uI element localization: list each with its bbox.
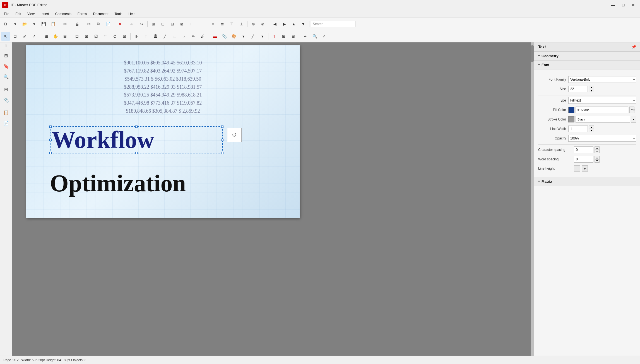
rotate-handle[interactable]: ↺	[227, 128, 242, 142]
ls-attachments[interactable]: 📎	[1, 95, 11, 105]
align-tool[interactable]: ⊪	[132, 32, 141, 41]
size-down[interactable]: ▼	[589, 89, 594, 92]
ls-layers[interactable]: ⊟	[1, 84, 11, 94]
stroke-color-swatch[interactable]	[568, 116, 574, 122]
line-width-input[interactable]	[568, 126, 588, 132]
size-up[interactable]: ▲	[589, 86, 594, 89]
circle-tool[interactable]: ○	[179, 32, 188, 41]
minimize-button[interactable]: —	[609, 1, 618, 9]
word-spacing-down[interactable]: ▼	[595, 159, 600, 163]
grid-tool[interactable]: ⊟	[289, 32, 298, 41]
print-button[interactable]: 🖨	[73, 20, 81, 28]
redo-button[interactable]: ↪	[137, 20, 146, 28]
color-dropdown[interactable]: ▾	[239, 32, 248, 41]
line-width-up[interactable]: ▲	[589, 126, 594, 129]
menu-document[interactable]: Document	[90, 11, 111, 17]
opacity-select[interactable]: 100%	[568, 135, 636, 142]
form-tool[interactable]: ▦	[42, 32, 50, 41]
hand-tool[interactable]: ✋	[51, 32, 60, 41]
handle-tl[interactable]	[49, 126, 52, 128]
undo-button[interactable]: ↩	[127, 20, 136, 28]
pen-tool[interactable]: 🖊	[198, 32, 207, 41]
maximize-button[interactable]: □	[619, 1, 628, 9]
snapshot-tool[interactable]: ⊞	[279, 32, 288, 41]
search-input[interactable]	[311, 21, 355, 27]
handle-bm[interactable]	[135, 152, 138, 154]
tb-icon9[interactable]: ⊤	[227, 20, 236, 28]
word-spacing-input[interactable]	[574, 156, 593, 163]
menu-forms[interactable]: Forms	[75, 11, 90, 17]
line-height-minus[interactable]: -	[574, 165, 580, 172]
image-tool[interactable]: 🖼	[151, 32, 160, 41]
move-tool[interactable]: ⊞	[82, 32, 91, 41]
check-tool[interactable]: ✓	[320, 32, 329, 41]
marquee-tool[interactable]: ↗	[30, 32, 39, 41]
word-spacing-up[interactable]: ▲	[595, 156, 600, 159]
copy-button[interactable]: ⧉	[94, 20, 103, 28]
stamp-tool[interactable]: ☑	[92, 32, 100, 41]
fill-color-swatch[interactable]	[568, 107, 574, 113]
type-select[interactable]: Fill text	[568, 97, 636, 104]
text-select-tool[interactable]: ⊡	[11, 32, 20, 41]
handle-tm[interactable]	[135, 126, 138, 128]
stroke-color-dropdown[interactable]: ▾	[631, 116, 636, 123]
ls-search[interactable]: 🔍	[1, 72, 11, 82]
fill-color-dropdown[interactable]: ▾	[629, 107, 634, 113]
tb-dropdown1[interactable]: ▾	[11, 20, 20, 28]
workflow-textbox[interactable]: Workflow	[50, 126, 223, 153]
font-section-header[interactable]: ▾ Font	[534, 61, 640, 69]
color-tool[interactable]: 🎨	[229, 32, 238, 41]
content-edit[interactable]: ⊡	[73, 32, 81, 41]
line-tool[interactable]: ╱	[160, 32, 169, 41]
size-input[interactable]	[568, 86, 588, 92]
pencil-tool[interactable]: ✏	[189, 32, 198, 41]
tb-nav-down[interactable]: ▼	[299, 20, 308, 28]
menu-help[interactable]: Help	[126, 11, 138, 17]
handle-ml[interactable]	[49, 139, 52, 141]
cursor-tool[interactable]: ↖	[1, 32, 10, 41]
ls-bookmarks[interactable]: 🔖	[1, 61, 11, 71]
geometry-section-header[interactable]: ▾ Geometry	[534, 52, 640, 61]
tb-icon6[interactable]: ⊣	[196, 20, 205, 28]
tb-icon3[interactable]: ⊟	[168, 20, 177, 28]
search-tool[interactable]: 🔍	[310, 32, 319, 41]
fill-color-input[interactable]	[576, 107, 628, 113]
char-spacing-down[interactable]: ▼	[595, 150, 600, 153]
ls-docs[interactable]: 📄	[1, 118, 11, 128]
tb-nav-up[interactable]: ▲	[289, 20, 298, 28]
ls-pages[interactable]: ⊞	[1, 50, 11, 61]
menu-edit[interactable]: Edit	[13, 11, 24, 17]
menu-view[interactable]: View	[25, 11, 37, 17]
handle-mr[interactable]	[221, 139, 223, 141]
text-edit-tool[interactable]: T	[270, 32, 279, 41]
paste-button[interactable]: 📄	[104, 20, 112, 28]
close-button[interactable]: ✕	[629, 1, 638, 9]
tb-nav-prev[interactable]: ◀	[270, 20, 279, 28]
edit-tool[interactable]: ⊞	[61, 32, 69, 41]
text-tool[interactable]: T	[141, 32, 150, 41]
sign-tool[interactable]: ✒	[301, 32, 310, 41]
canvas-scrollbar[interactable]	[531, 42, 534, 356]
tb-icon4[interactable]: ⊠	[177, 20, 186, 28]
tb-nav-next[interactable]: ▶	[280, 20, 289, 28]
ls-pages2[interactable]: 📋	[1, 107, 11, 117]
cut-button[interactable]: ✂	[85, 20, 93, 28]
tb-icon12[interactable]: ⊗	[258, 20, 267, 28]
eraser-dropdown[interactable]: ▾	[258, 32, 267, 41]
matrix-section-header[interactable]: ▾ Matrix	[534, 177, 640, 186]
new-button[interactable]: 🗋	[1, 20, 10, 28]
tb-icon8[interactable]: ≣	[218, 20, 227, 28]
stroke-color-input[interactable]	[576, 116, 630, 123]
save-as-button[interactable]: 📋	[49, 20, 57, 28]
char-spacing-up[interactable]: ▲	[595, 146, 600, 150]
highlight-tool[interactable]: ▬	[210, 32, 219, 41]
tb-icon7[interactable]: ≡	[208, 20, 217, 28]
link-tool[interactable]: ⬚	[101, 32, 110, 41]
tb-icon10[interactable]: ⊥	[237, 20, 246, 28]
line-width-down[interactable]: ▼	[589, 129, 594, 132]
handle-br[interactable]	[221, 152, 223, 154]
delete-button[interactable]: ✕	[116, 20, 124, 28]
zoom-tool[interactable]: ⤢	[20, 32, 29, 41]
annot-tool[interactable]: ⊟	[120, 32, 129, 41]
save-button[interactable]: 💾	[39, 20, 48, 28]
